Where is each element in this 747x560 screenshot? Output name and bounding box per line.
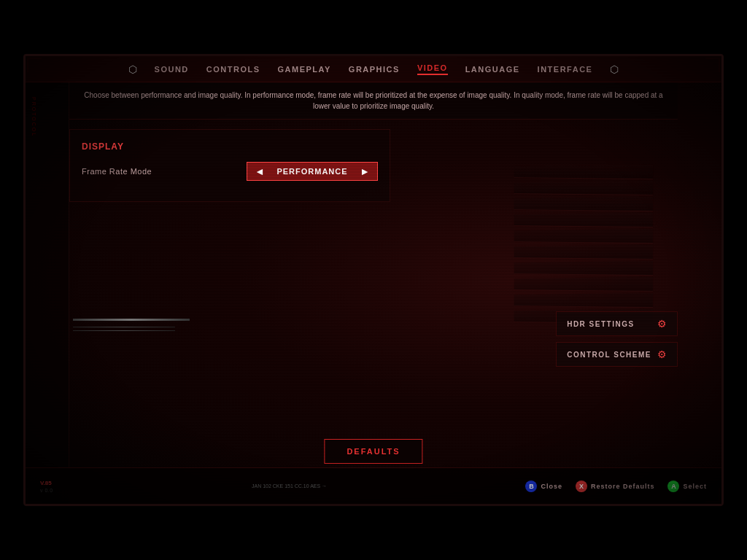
nav-item-interface[interactable]: INTERFACE bbox=[538, 65, 593, 74]
description-bar: Choose between performance and image qua… bbox=[69, 82, 678, 120]
control-scheme-icon: ⚙ bbox=[657, 349, 667, 360]
right-buttons: HDR SETTINGS ⚙ CONTROL SCHEME ⚙ bbox=[556, 311, 678, 367]
hint-select-label: Select bbox=[683, 483, 707, 490]
hint-close-label: Close bbox=[541, 483, 562, 490]
deco-line-2 bbox=[73, 327, 175, 327]
settings-panel: Display Frame Rate Mode ◄ Performance ► bbox=[69, 129, 390, 202]
nav-icon-left: ⬡ bbox=[128, 63, 137, 75]
left-panel-decoration bbox=[73, 319, 233, 334]
hdr-settings-button[interactable]: HDR SETTINGS ⚙ bbox=[556, 311, 678, 336]
status-bar: V.85 v 0.0 JAN 102 CKE 151 CC.10 AES → B… bbox=[26, 467, 721, 504]
status-left: V.85 v 0.0 bbox=[40, 480, 53, 493]
hint-restore-label: Restore Defaults bbox=[591, 483, 655, 490]
nav-item-controls[interactable]: CONTROLS bbox=[206, 65, 260, 74]
deco-line-3 bbox=[73, 330, 175, 331]
version-label: V.85 bbox=[40, 480, 53, 486]
frame-rate-arrow-right[interactable]: ► bbox=[360, 166, 370, 177]
nav-bar: ⬡ SOUND CONTROLS GAMEPLAY GRAPHICS VIDEO… bbox=[26, 56, 721, 82]
hint-x-button: X bbox=[576, 481, 587, 492]
frame-rate-value: Performance bbox=[276, 167, 347, 176]
hint-close: B Close bbox=[525, 481, 562, 492]
nav-item-gameplay[interactable]: GAMEPLAY bbox=[278, 65, 331, 74]
nav-item-language[interactable]: LANGUAGE bbox=[465, 65, 520, 74]
frame-rate-selector[interactable]: ◄ Performance ► bbox=[247, 162, 378, 181]
nav-item-graphics[interactable]: GRAPHICS bbox=[349, 65, 400, 74]
controls-hints: B Close X Restore Defaults A Select bbox=[525, 481, 707, 492]
section-title-display: Display bbox=[82, 141, 378, 152]
frame-rate-arrow-left[interactable]: ◄ bbox=[255, 166, 265, 177]
coords-text: JAN 102 CKE 151 CC.10 AES → bbox=[252, 483, 327, 489]
frame-rate-label: Frame Rate Mode bbox=[82, 167, 152, 176]
nav-item-video[interactable]: VIDEO bbox=[417, 63, 448, 75]
sidebar-protocol-label: PROTOCOL bbox=[31, 97, 36, 137]
hdr-settings-label: HDR SETTINGS bbox=[567, 320, 634, 328]
left-sidebar: PROTOCOL bbox=[26, 82, 69, 504]
deco-line-1 bbox=[73, 319, 190, 321]
main-content: Display Frame Rate Mode ◄ Performance ► bbox=[69, 129, 678, 446]
status-tiny-text: v 0.0 bbox=[40, 488, 53, 493]
frame-rate-row: Frame Rate Mode ◄ Performance ► bbox=[82, 162, 378, 181]
hint-select: A Select bbox=[667, 481, 707, 492]
nav-item-sound[interactable]: SOUND bbox=[155, 65, 189, 74]
hint-a-button: A bbox=[667, 481, 679, 492]
defaults-button[interactable]: DEFAULTS bbox=[324, 439, 422, 464]
hdr-settings-icon: ⚙ bbox=[657, 318, 667, 330]
hint-b-button: B bbox=[525, 481, 537, 492]
control-scheme-button[interactable]: CONTROL SCHEME ⚙ bbox=[556, 342, 678, 367]
description-text: Choose between performance and image qua… bbox=[84, 90, 663, 112]
nav-icon-right: ⬡ bbox=[610, 63, 619, 75]
control-scheme-label: CONTROL SCHEME bbox=[567, 351, 651, 359]
hint-restore: X Restore Defaults bbox=[576, 481, 655, 492]
